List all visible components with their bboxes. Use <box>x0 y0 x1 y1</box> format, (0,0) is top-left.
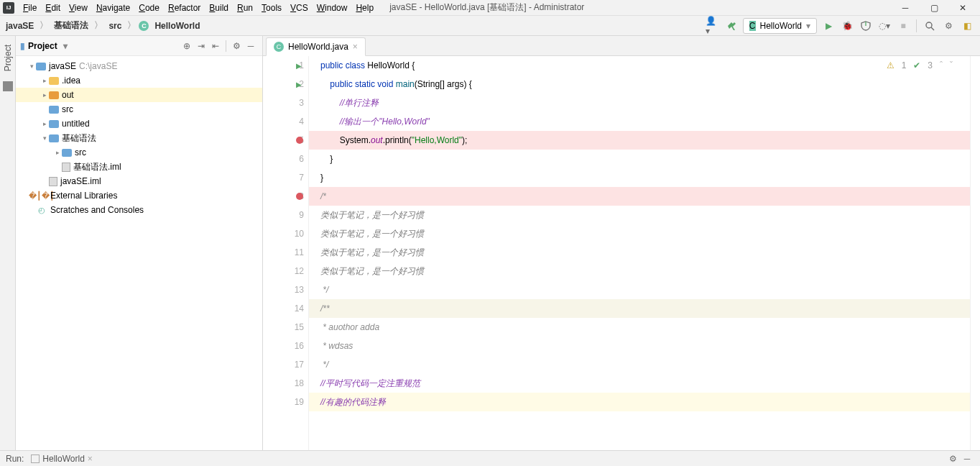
hide-run-icon[interactable]: ─ <box>960 452 974 466</box>
code-line[interactable]: /* <box>309 187 970 206</box>
tree-item[interactable]: ▸.idea <box>16 73 262 88</box>
code-line[interactable]: } <box>309 168 970 187</box>
crumb-module[interactable]: 基础语法 <box>51 18 91 33</box>
code-line[interactable]: System.out.println("Hello,World"); <box>309 131 970 150</box>
run-settings-icon[interactable]: ⚙ <box>946 452 960 466</box>
tree-item[interactable]: javaSE.iml <box>16 174 262 188</box>
chevron-down-icon[interactable]: ˇ <box>950 60 953 70</box>
crumb-folder[interactable]: src <box>106 19 124 32</box>
breakpoint-icon[interactable] <box>296 137 303 144</box>
code-line[interactable]: */ <box>309 355 970 374</box>
menu-navigate[interactable]: Navigate <box>92 1 134 14</box>
gutter-line[interactable]: 5 <box>263 131 308 150</box>
gutter-line[interactable]: 15 <box>263 318 308 337</box>
breakpoint-icon[interactable] <box>296 193 303 200</box>
code-line[interactable]: //输出一个"Hello,World" <box>309 112 970 131</box>
tree-item[interactable]: ▸�┃�┃External Libraries <box>16 188 262 203</box>
gutter-line[interactable]: 8 <box>263 187 308 206</box>
more-icon[interactable]: ◧ <box>960 19 974 33</box>
tree-arrow-icon[interactable]: ▾ <box>40 134 49 142</box>
code-line[interactable]: //平时写代码一定注重规范 <box>309 374 970 393</box>
debug-button[interactable]: 🐞 <box>840 19 854 33</box>
gutter-line[interactable]: 19 <box>263 393 308 411</box>
gutter-line[interactable]: 18 <box>263 374 308 393</box>
menu-run[interactable]: Run <box>233 1 257 14</box>
search-icon[interactable] <box>923 19 937 33</box>
tree-item[interactable]: ▾javaSEC:\javaSE <box>16 59 262 73</box>
menu-file[interactable]: File <box>19 1 41 14</box>
tree-arrow-icon[interactable]: ▸ <box>40 120 49 127</box>
minimize-button[interactable]: ─ <box>891 1 920 15</box>
menu-refactor[interactable]: Refactor <box>164 1 205 14</box>
gutter-line[interactable]: 10 <box>263 224 308 243</box>
gutter-line[interactable]: 6 <box>263 150 308 168</box>
menu-help[interactable]: Help <box>351 1 378 14</box>
chevron-up-icon[interactable]: ˆ <box>940 60 943 70</box>
menu-edit[interactable]: Edit <box>41 1 65 14</box>
build-hammer-icon[interactable] <box>724 19 739 33</box>
expand-all-icon[interactable]: ⇥ <box>194 39 208 53</box>
menu-build[interactable]: Build <box>205 1 233 14</box>
code-line[interactable]: //单行注释 <box>309 93 970 112</box>
tree-arrow-icon[interactable]: ▾ <box>27 63 36 70</box>
code-line[interactable]: //有趣的代码注释 <box>309 393 970 411</box>
code-line[interactable]: /** <box>309 299 970 318</box>
run-button[interactable]: ▶ <box>821 19 836 33</box>
code-line[interactable]: public static void main(String[] args) { <box>309 75 970 93</box>
breadcrumb[interactable]: javaSE 〉 基础语法 〉 src 〉 C HelloWorld <box>3 18 203 33</box>
tree-item[interactable]: src <box>16 102 262 116</box>
tree-arrow-icon[interactable]: ▸ <box>53 149 62 156</box>
maximize-button[interactable]: ▢ <box>920 1 948 15</box>
tree-item[interactable]: 基础语法.iml <box>16 160 262 174</box>
hide-panel-icon[interactable]: ─ <box>244 39 258 53</box>
structure-tool-icon[interactable] <box>3 81 13 91</box>
gutter-line[interactable]: 1▶ <box>263 56 308 75</box>
code-line[interactable]: 类似于笔记，是一个好习惯 <box>309 243 970 262</box>
gutter-line[interactable]: 13 <box>263 280 308 299</box>
code-line[interactable]: 类似于笔记，是一个好习惯 <box>309 206 970 224</box>
chevron-down-icon[interactable]: ▾ <box>63 41 68 51</box>
menu-tools[interactable]: Tools <box>257 1 286 14</box>
code-editor[interactable]: 1▶2▶345678910111213141516171819 ⚠1 ✔3 ˆ … <box>263 56 980 450</box>
run-gutter-icon[interactable]: ▶ <box>296 62 302 70</box>
coverage-button[interactable] <box>859 19 873 33</box>
code-line[interactable]: */ <box>309 280 970 299</box>
crumb-project[interactable]: javaSE <box>3 19 37 32</box>
gutter-line[interactable]: 4 <box>263 112 308 131</box>
tree-item[interactable]: ▸untitled <box>16 116 262 131</box>
close-tab-icon[interactable]: × <box>353 42 358 52</box>
crumb-file[interactable]: HelloWorld <box>152 19 203 32</box>
menu-code[interactable]: Code <box>134 1 164 14</box>
tree-item[interactable]: ▸src <box>16 145 262 160</box>
code-line[interactable]: } <box>309 150 970 168</box>
profile-button[interactable]: ◌▾ <box>877 19 892 33</box>
project-tree[interactable]: ▾javaSEC:\javaSE▸.idea▸outsrc▸untitled▾基… <box>16 56 262 450</box>
menu-vcs[interactable]: VCS <box>286 1 313 14</box>
gutter-line[interactable]: 11 <box>263 243 308 262</box>
user-icon[interactable]: 👤▾ <box>706 19 720 33</box>
gutter-line[interactable]: 9 <box>263 206 308 224</box>
project-tool-tab[interactable]: Project <box>1 40 14 76</box>
tree-item[interactable]: ▸out <box>16 88 262 102</box>
tab-helloworld[interactable]: C HelloWorld.java × <box>266 37 366 56</box>
code-line[interactable]: public class HelloWorld { <box>309 56 970 75</box>
gutter-line[interactable]: 7 <box>263 168 308 187</box>
gutter-line[interactable]: 17 <box>263 355 308 374</box>
code-line[interactable]: * auothor adda <box>309 318 970 337</box>
code-line[interactable]: 类似于笔记，是一个好习惯 <box>309 224 970 243</box>
collapse-all-icon[interactable]: ⇤ <box>208 39 223 53</box>
menu-view[interactable]: View <box>65 1 92 14</box>
editor-gutter[interactable]: 1▶2▶345678910111213141516171819 <box>263 56 309 450</box>
run-configuration-select[interactable]: C HelloWorld ▾ <box>743 18 817 34</box>
panel-settings-icon[interactable]: ⚙ <box>229 39 244 53</box>
code-line[interactable]: * wdsas <box>309 337 970 355</box>
run-gutter-icon[interactable]: ▶ <box>296 81 302 88</box>
stop-button[interactable]: ■ <box>896 19 910 33</box>
run-target[interactable]: HelloWorld <box>42 454 84 464</box>
settings-gear-icon[interactable]: ⚙ <box>941 19 956 33</box>
tree-arrow-icon[interactable]: ▸ <box>40 77 49 84</box>
tree-arrow-icon[interactable]: ▸ <box>40 91 49 99</box>
locate-icon[interactable]: ⊕ <box>180 39 194 53</box>
close-run-icon[interactable]: × <box>88 454 93 464</box>
tree-item[interactable]: ▾基础语法 <box>16 131 262 145</box>
